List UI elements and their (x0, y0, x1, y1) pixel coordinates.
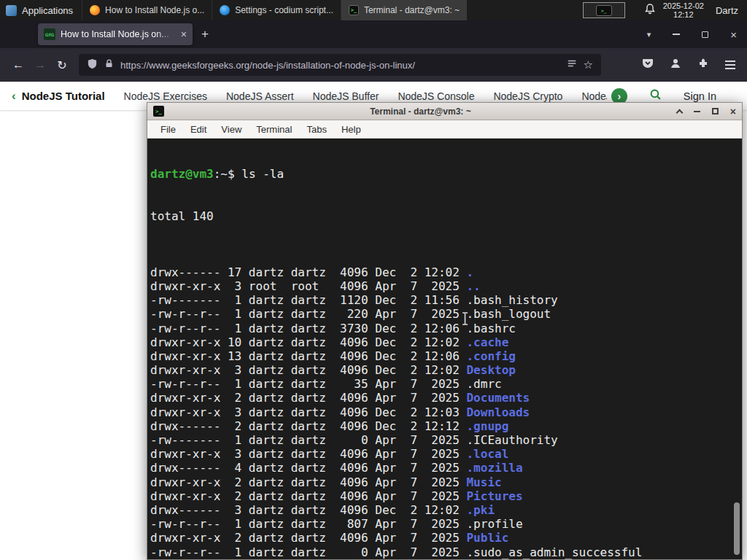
new-tab-button[interactable]: + (201, 27, 209, 42)
url-text[interactable]: https://www.geeksforgeeks.org/node-js/in… (120, 60, 560, 71)
terminal-line: drwx------ 2 dartz dartz 4096 Dec 2 12:1… (150, 419, 742, 433)
command-text: ls -la (241, 167, 284, 181)
taskbar-window-terminal[interactable]: >_ Terminal - dartz@vm3: ~ (341, 0, 467, 20)
account-icon[interactable] (670, 58, 681, 72)
reader-mode-icon[interactable] (567, 58, 577, 71)
dir-name: .. (466, 279, 480, 293)
tab-title: How to Install Node.js on... (61, 29, 176, 39)
terminal-line: -rw------- 1 dartz dartz 0 Apr 7 2025 .I… (150, 433, 742, 447)
nav-item-nodejs-buffer[interactable]: NodeJS Buffer (313, 90, 379, 102)
terminal-titlebar[interactable]: >_ Terminal - dartz@vm3: ~ × (147, 103, 742, 120)
menu-tabs[interactable]: Tabs (299, 124, 333, 135)
pocket-icon[interactable] (642, 58, 654, 72)
terminal-close-button[interactable]: × (730, 106, 736, 117)
workspace-switcher[interactable]: >_ (583, 2, 625, 18)
terminal-icon: >_ (153, 106, 164, 117)
terminal-line: drwx------ 17 dartz dartz 4096 Dec 2 12:… (150, 265, 742, 279)
reload-button[interactable]: ↻ (51, 58, 73, 72)
window-close-button[interactable]: × (730, 29, 737, 40)
forward-button[interactable]: → (29, 58, 51, 71)
search-icon[interactable] (649, 88, 662, 104)
dir-name: .gnupg (466, 419, 508, 433)
menu-help[interactable]: Help (334, 124, 368, 135)
chevron-left-icon: ‹ (12, 90, 16, 102)
terminal-line: drwxr-xr-x 2 dartz dartz 4096 Apr 7 2025… (150, 489, 742, 503)
back-button[interactable]: ← (7, 58, 29, 71)
terminal-line: -rw-r--r-- 1 dartz dartz 3730 Dec 2 12:0… (150, 322, 742, 335)
terminal-scrollbar-thumb[interactable] (734, 502, 740, 555)
terminal-line: -rw------- 1 dartz dartz 1120 Dec 2 11:5… (150, 293, 742, 307)
dir-name: Pictures (466, 489, 522, 503)
terminal-maximize-button[interactable] (712, 108, 719, 114)
file-name: .profile (466, 517, 522, 531)
terminal-line: -rw-r--r-- 1 dartz dartz 35 Apr 7 2025 .… (150, 377, 742, 391)
total-line: total 140 (150, 209, 742, 223)
prompt-path: ~ (220, 167, 228, 181)
tracking-shield-icon[interactable] (87, 58, 98, 72)
taskbar-title-firefox: How to Install Node.js o... (105, 5, 204, 15)
tab-geeksforgeeks[interactable]: GfG How to Install Node.js on... × (38, 23, 193, 45)
taskbar-window-firefox[interactable]: How to Install Node.js o... (82, 0, 212, 20)
nav-item-nodejs-dns[interactable]: NodeJS DNS (581, 90, 606, 102)
applications-menu-icon (6, 5, 17, 16)
sign-in-button[interactable]: Sign In (684, 90, 716, 102)
dir-name: .pki (466, 503, 495, 517)
nav-item-nodejs-crypto[interactable]: NodeJS Crypto (493, 90, 562, 102)
menu-file[interactable]: File (153, 124, 183, 135)
terminal-line: drwxr-xr-x 3 dartz dartz 4096 Apr 7 2025… (150, 447, 742, 461)
menu-terminal[interactable]: Terminal (249, 124, 299, 135)
terminal-output[interactable]: dartz@vm3:~$ ls -la total 140 drwx------… (147, 139, 742, 559)
terminal-title: Terminal - dartz@vm3: ~ (170, 106, 671, 117)
menu-view[interactable]: View (214, 124, 249, 135)
dir-name: Downloads (466, 405, 530, 419)
terminal-line: -rw-r--r-- 1 dartz dartz 0 Apr 7 2025 .s… (150, 545, 742, 559)
taskbar-window-codium[interactable]: Settings - codium script... (212, 0, 341, 20)
applications-label: Applications (22, 5, 73, 16)
prompt-line: dartz@vm3:~$ ls -la (150, 167, 742, 181)
window-maximize-button[interactable] (702, 31, 708, 38)
shade-window-button[interactable] (676, 109, 683, 116)
gfg-nav-items: ‹NodeJS TutorialNodeJS ExercisesNodeJS A… (12, 90, 607, 102)
bookmark-star-icon[interactable]: ☆ (584, 58, 593, 71)
nav-item-nodejs-tutorial[interactable]: ‹NodeJS Tutorial (12, 90, 105, 102)
taskbar-title-terminal: Terminal - dartz@vm3: ~ (364, 5, 460, 15)
top-panel: Applications How to Install Node.js o...… (0, 0, 747, 20)
terminal-line: drwx------ 3 dartz dartz 4096 Dec 2 12:0… (150, 503, 742, 517)
applications-menu[interactable]: Applications (0, 0, 82, 20)
list-tabs-icon[interactable]: ▾ (647, 30, 651, 39)
clock[interactable]: 2025-12-02 12:12 (663, 1, 704, 19)
dir-name: Desktop (466, 363, 515, 377)
terminal-line: drwxr-xr-x 3 root root 4096 Apr 7 2025 .… (150, 279, 742, 293)
dir-name: Documents (466, 391, 530, 405)
menu-icon[interactable] (725, 64, 735, 66)
tab-close-icon[interactable]: × (181, 28, 187, 40)
clock-time: 12:12 (663, 10, 704, 19)
dir-name: .mozilla (466, 461, 522, 475)
menu-edit[interactable]: Edit (183, 124, 214, 135)
terminal-line: drwxr-xr-x 3 dartz dartz 4096 Dec 2 12:0… (150, 363, 742, 377)
url-bar[interactable]: https://www.geeksforgeeks.org/node-js/in… (79, 54, 601, 76)
terminal-icon: >_ (596, 5, 612, 16)
window-minimize-button[interactable] (673, 34, 680, 35)
extensions-icon[interactable] (697, 58, 709, 72)
dir-name: .config (466, 349, 515, 363)
nav-item-nodejs-assert[interactable]: NodeJS Assert (226, 90, 294, 102)
dir-name: .local (466, 447, 508, 461)
dir-name: Public (466, 531, 508, 545)
prompt-user: dartz@vm3 (150, 167, 214, 181)
lock-icon[interactable] (104, 58, 114, 71)
user-menu[interactable]: Dartz (716, 5, 738, 16)
terminal-line: drwxr-xr-x 3 dartz dartz 4096 Dec 2 12:0… (150, 405, 742, 419)
file-name: .dmrc (466, 377, 501, 391)
terminal-line: -rw-r--r-- 1 dartz dartz 807 Apr 7 2025 … (150, 517, 742, 531)
terminal-line: drwxr-xr-x 2 dartz dartz 4096 Apr 7 2025… (150, 531, 742, 545)
terminal-window: >_ Terminal - dartz@vm3: ~ × FileEditVie… (147, 102, 743, 560)
terminal-line: -rw-r--r-- 1 dartz dartz 220 Apr 7 2025 … (150, 307, 742, 321)
taskbar-title-codium: Settings - codium script... (235, 5, 333, 15)
nav-item-nodejs-console[interactable]: NodeJS Console (398, 90, 474, 102)
notification-bell-icon[interactable] (644, 3, 656, 18)
terminal-line: drwxr-xr-x 13 dartz dartz 4096 Dec 2 12:… (150, 349, 742, 363)
terminal-minimize-button[interactable] (694, 111, 700, 112)
nav-item-nodejs-exercises[interactable]: NodeJS Exercises (124, 90, 207, 102)
terminal-line: drwxr-xr-x 10 dartz dartz 4096 Dec 2 12:… (150, 335, 742, 349)
